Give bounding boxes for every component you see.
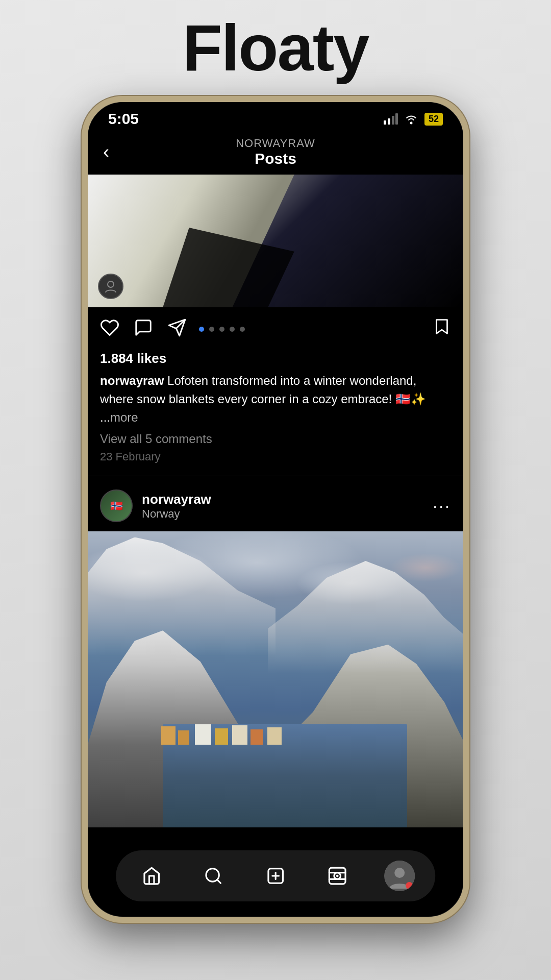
- house-3: [195, 724, 211, 745]
- svg-rect-0: [384, 120, 386, 125]
- house-5: [232, 725, 247, 745]
- phone-frame: 5:05 52: [82, 96, 469, 923]
- nav-home[interactable]: [136, 861, 167, 891]
- nav-reels[interactable]: [322, 861, 353, 891]
- battery-level: 52: [424, 113, 443, 126]
- post-caption: norwayraw Lofoten transformed into a win…: [100, 372, 451, 427]
- carousel-dot-2: [209, 327, 214, 332]
- carousel-dot-4: [230, 327, 235, 332]
- post-divider: [88, 476, 463, 476]
- snow-cap-right: [268, 561, 463, 673]
- page-header: ‹ NORWAYRAW Posts: [88, 132, 463, 175]
- svg-line-10: [217, 879, 221, 883]
- action-icons: [100, 318, 187, 340]
- bookmark-button[interactable]: [433, 317, 451, 340]
- house-4: [215, 728, 228, 745]
- village: [144, 679, 313, 745]
- svg-marker-8: [437, 320, 447, 334]
- caption-more[interactable]: more: [110, 410, 138, 424]
- svg-rect-3: [395, 113, 398, 125]
- status-time: 5:05: [108, 110, 139, 128]
- fjord-bg: [88, 531, 463, 827]
- comment-button[interactable]: [134, 318, 153, 340]
- svg-point-16: [336, 875, 339, 877]
- carousel-dots: [199, 327, 245, 332]
- svg-point-4: [410, 122, 412, 125]
- nav-profile[interactable]: [384, 861, 415, 891]
- likes-count: 1.884 likes: [100, 351, 451, 366]
- carousel-dot-3: [219, 327, 224, 332]
- svg-rect-2: [392, 116, 394, 125]
- post2-info: norwayraw Norway: [142, 492, 433, 521]
- bottom-nav: [116, 850, 435, 901]
- post2-location: Norway: [142, 507, 433, 521]
- svg-point-20: [394, 868, 405, 878]
- carousel-dot-1: [199, 327, 204, 332]
- status-icons: 52: [384, 113, 443, 126]
- house-1: [161, 726, 176, 745]
- carousel-dot-5: [240, 327, 245, 332]
- notch: [224, 102, 327, 120]
- signal-icon: [384, 113, 398, 125]
- post1-image-bg: [88, 175, 463, 307]
- app-title: Floaty: [183, 15, 369, 81]
- header-info: NORWAYRAW Posts: [236, 137, 315, 167]
- post1-avatar[interactable]: [98, 274, 123, 299]
- view-comments[interactable]: View all 5 comments: [100, 432, 451, 446]
- post1-image: [88, 175, 463, 307]
- house-6: [251, 729, 263, 745]
- post2-avatar[interactable]: 🇳🇴: [100, 489, 133, 522]
- scroll-content: 1.884 likes norwayraw Lofoten transforme…: [88, 175, 463, 917]
- phone-screen: 5:05 52: [88, 102, 463, 917]
- back-button[interactable]: ‹: [103, 141, 109, 163]
- share-button[interactable]: [167, 318, 187, 340]
- nav-add[interactable]: [260, 861, 291, 891]
- post2-header: 🇳🇴 norwayraw Norway ···: [88, 480, 463, 531]
- house-7: [267, 727, 282, 745]
- caption-username[interactable]: norwayraw: [100, 374, 164, 387]
- like-button[interactable]: [100, 318, 119, 340]
- post1-actions: [88, 307, 463, 351]
- post2-username[interactable]: norwayraw: [142, 492, 433, 507]
- wifi-icon: [404, 113, 418, 125]
- header-title: Posts: [236, 150, 315, 167]
- post-date: 23 February: [100, 450, 451, 463]
- svg-rect-1: [388, 118, 390, 125]
- house-2: [178, 730, 189, 745]
- post2-image: [88, 531, 463, 827]
- post2-more-button[interactable]: ···: [433, 497, 451, 516]
- snow-cap-left: [88, 537, 276, 656]
- header-username: NORWAYRAW: [236, 137, 315, 150]
- post1-info: 1.884 likes norwayraw Lofoten transforme…: [88, 351, 463, 472]
- nav-search[interactable]: [198, 861, 229, 891]
- svg-point-5: [108, 281, 114, 287]
